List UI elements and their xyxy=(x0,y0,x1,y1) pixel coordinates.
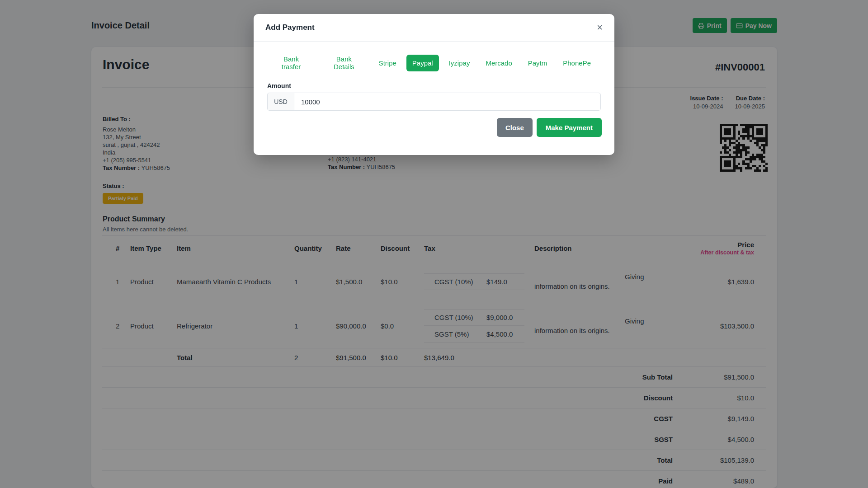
tab-phonepe[interactable]: PhonePe xyxy=(557,55,597,71)
amount-label: Amount xyxy=(267,82,601,89)
currency-addon: USD xyxy=(267,93,294,111)
tab-paytm[interactable]: Paytm xyxy=(522,55,553,71)
modal-body: Bank trasferBank DetailsStripePaypalIyzi… xyxy=(254,42,614,111)
close-button[interactable]: Close xyxy=(497,118,533,137)
modal-header: Add Payment × xyxy=(254,14,614,42)
tab-bank-trasfer[interactable]: Bank trasfer xyxy=(267,51,315,75)
tab-paypal[interactable]: Paypal xyxy=(406,55,439,71)
tab-iyzipay[interactable]: Iyzipay xyxy=(443,55,476,71)
close-icon[interactable]: × xyxy=(597,23,603,33)
make-payment-button[interactable]: Make Payment xyxy=(537,118,602,137)
tab-stripe[interactable]: Stripe xyxy=(373,55,402,71)
amount-input[interactable] xyxy=(294,93,601,111)
amount-input-group: USD xyxy=(267,93,601,111)
payment-method-tabs: Bank trasferBank DetailsStripePaypalIyzi… xyxy=(267,51,601,75)
modal-title: Add Payment xyxy=(265,23,315,32)
tab-bank-details[interactable]: Bank Details xyxy=(319,51,368,75)
tab-mercado[interactable]: Mercado xyxy=(480,55,518,71)
modal-footer: Close Make Payment xyxy=(254,111,614,137)
add-payment-modal: Add Payment × Bank trasferBank DetailsSt… xyxy=(254,14,614,155)
